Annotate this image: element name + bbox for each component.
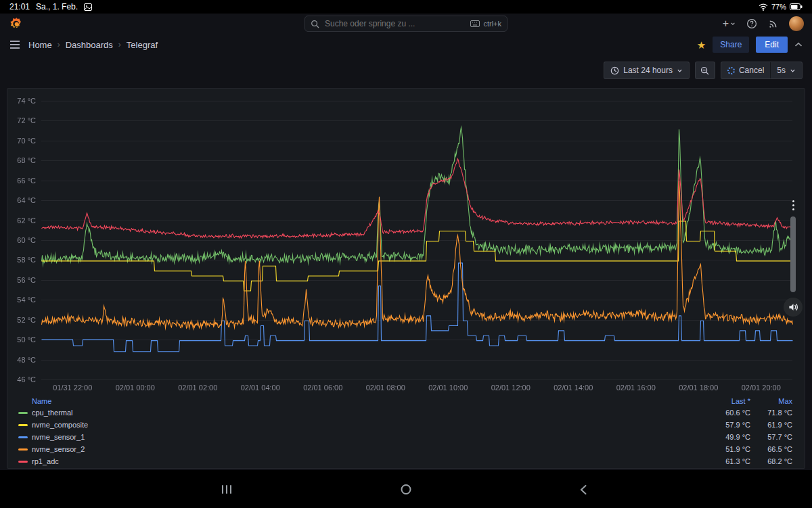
legend-header: Name Last * Max [18, 396, 792, 407]
clock-text: 21:01 [9, 2, 30, 11]
recents-button[interactable] [222, 485, 231, 494]
legend-row: rp1_adc61.3 °C68.2 °C [18, 455, 792, 467]
edit-button[interactable]: Edit [756, 37, 788, 53]
search-shortcut-text: ctrl+k [483, 20, 501, 28]
time-range-picker[interactable]: Last 24 hours [604, 62, 690, 79]
series-max-value: 61.9 °C [750, 421, 792, 429]
dashboard-controls: Last 24 hours Cancel 5s [9, 61, 803, 80]
chevron-down-icon [677, 68, 683, 74]
menu-toggle-icon[interactable] [9, 40, 20, 49]
grafana-top-nav: ctrl+k + [0, 14, 812, 34]
wifi-icon [759, 3, 768, 11]
series-max-value: 66.5 °C [750, 445, 792, 453]
series-last-value: 57.9 °C [696, 421, 750, 429]
grafana-logo[interactable] [8, 16, 23, 31]
series-last-value: 51.9 °C [696, 445, 750, 453]
share-button[interactable]: Share [713, 37, 749, 53]
volume-mute-button[interactable] [784, 298, 803, 317]
series-color-swatch [18, 461, 28, 463]
legend-column-last[interactable]: Last * [696, 397, 750, 405]
refresh-button-group: Cancel 5s [721, 62, 803, 79]
legend-row: nvme_sensor_251.9 °C66.5 °C [18, 443, 792, 455]
series-color-swatch [18, 436, 28, 438]
android-nav-bar [0, 470, 812, 508]
user-avatar[interactable] [789, 16, 804, 31]
legend-row: nvme_composite57.9 °C61.9 °C [18, 419, 792, 431]
speaker-icon [788, 302, 798, 312]
battery-percent-text: 77% [771, 3, 786, 11]
series-max-value: 71.8 °C [750, 409, 792, 417]
series-max-value: 57.7 °C [750, 433, 792, 441]
legend-row: cpu_thermal60.6 °C71.8 °C [18, 407, 792, 419]
legend-table: Name Last * Max cpu_thermal60.6 °C71.8 °… [7, 393, 805, 467]
breadcrumb: Home › Dashboards › Telegraf [28, 40, 158, 50]
legend-column-name[interactable]: Name [32, 397, 51, 405]
battery-icon [790, 3, 803, 10]
series-color-swatch [18, 448, 28, 451]
keyboard-icon [470, 20, 480, 27]
news-rss-icon[interactable] [768, 19, 778, 29]
help-icon[interactable] [746, 18, 757, 29]
cancel-refresh-button[interactable]: Cancel [721, 62, 770, 78]
search-icon [311, 20, 319, 28]
back-button[interactable] [579, 484, 587, 495]
legend-rows: cpu_thermal60.6 °C71.8 °Cnvme_composite5… [18, 407, 792, 467]
date-text: Sa., 1. Feb. [36, 2, 78, 11]
series-color-swatch [18, 424, 28, 426]
volume-slider[interactable] [790, 216, 796, 292]
legend-column-max[interactable]: Max [750, 397, 792, 405]
legend-row: nvme_sensor_149.9 °C57.7 °C [18, 431, 792, 443]
dashboard-header-bar: Home › Dashboards › Telegraf ★ Share Edi… [0, 34, 812, 55]
screenshot-notification-icon [84, 3, 92, 11]
volume-settings-icon[interactable] [791, 198, 796, 212]
timeseries-chart[interactable] [7, 89, 805, 393]
series-last-value: 49.9 °C [696, 433, 750, 441]
breadcrumb-dashboards[interactable]: Dashboards [66, 40, 113, 50]
series-color-swatch [18, 412, 28, 414]
chevron-up-icon[interactable] [794, 42, 803, 47]
chevron-down-icon [790, 68, 796, 74]
breadcrumb-home[interactable]: Home [28, 40, 52, 50]
search-input[interactable] [323, 18, 466, 29]
series-last-value: 61.3 °C [696, 457, 750, 465]
volume-overlay [784, 198, 803, 317]
loading-spinner-icon [727, 67, 735, 74]
clock-icon [610, 66, 619, 75]
zoom-out-button[interactable] [695, 62, 715, 79]
series-name[interactable]: rp1_adc [32, 457, 59, 465]
series-name[interactable]: nvme_sensor_2 [32, 445, 85, 453]
series-name[interactable]: nvme_composite [32, 421, 88, 429]
global-search[interactable]: ctrl+k [304, 16, 508, 32]
refresh-interval-dropdown[interactable]: 5s [771, 62, 802, 78]
timeseries-panel: Name Last * Max cpu_thermal60.6 °C71.8 °… [7, 88, 805, 469]
series-max-value: 68.2 °C [750, 457, 792, 465]
home-button[interactable] [401, 484, 411, 494]
breadcrumb-current: Telegraf [127, 40, 158, 50]
series-name[interactable]: cpu_thermal [32, 409, 73, 417]
series-last-value: 60.6 °C [696, 409, 750, 417]
series-name[interactable]: nvme_sensor_1 [32, 433, 85, 441]
android-status-bar: 21:01 Sa., 1. Feb. 77% [0, 0, 812, 14]
add-menu-button[interactable]: + [723, 18, 736, 29]
zoom-out-icon [700, 66, 709, 75]
favorite-star-icon[interactable]: ★ [697, 40, 706, 50]
